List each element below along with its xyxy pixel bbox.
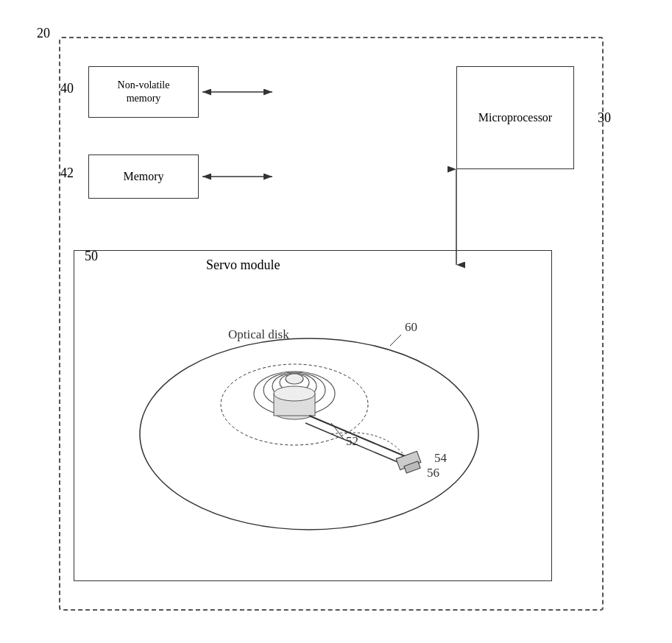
label-30: 30 <box>598 110 611 126</box>
servo-box <box>74 250 552 581</box>
nvm-box: Non-volatilememory <box>88 66 199 118</box>
microprocessor-label: Microprocessor <box>478 111 552 124</box>
label-20: 20 <box>37 26 50 41</box>
servo-title: Servo module <box>206 257 280 273</box>
memory-label: Memory <box>123 170 163 183</box>
diagram-container: 20 Microprocessor 30 Non-volatilememory … <box>44 22 618 618</box>
microprocessor-box: Microprocessor <box>456 66 574 169</box>
memory-box: Memory <box>88 154 199 199</box>
label-42: 42 <box>60 166 74 181</box>
label-50: 50 <box>85 249 98 264</box>
label-40: 40 <box>60 81 74 96</box>
nvm-label: Non-volatilememory <box>118 79 170 105</box>
